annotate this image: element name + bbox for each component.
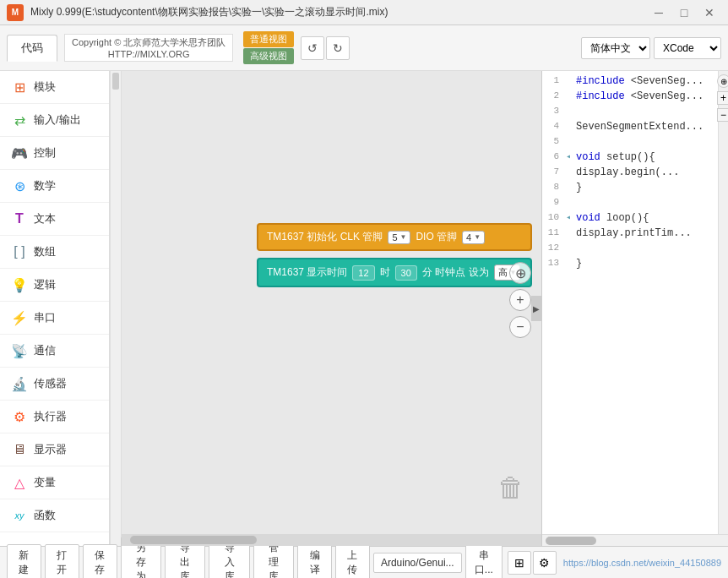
code-line-9: 9: [542, 196, 718, 211]
right-zoom-in-btn[interactable]: +: [717, 91, 729, 105]
line-num-1: 1: [542, 75, 566, 85]
sidebar-item-display[interactable]: 🖥 显示器: [0, 434, 109, 466]
sidebar-item-math[interactable]: ⊛ 数学: [0, 170, 109, 203]
editor-select[interactable]: XCode: [654, 37, 721, 59]
actuator-icon: ⚙: [10, 407, 29, 426]
display-icon: 🖥: [10, 440, 29, 459]
settings-icon-btn[interactable]: ⚙: [533, 551, 557, 575]
right-zoom-out-btn[interactable]: −: [717, 108, 729, 122]
clk-pin-dropdown[interactable]: 5: [388, 231, 410, 244]
minimize-button[interactable]: ─: [647, 3, 671, 23]
sidebar-scrollbar[interactable]: [110, 71, 122, 546]
code-line-8: 8 }: [542, 181, 718, 196]
line-num-4: 4: [542, 121, 566, 131]
sidebar-item-actuator[interactable]: ⚙ 执行器: [0, 401, 109, 434]
sidebar-item-variable[interactable]: △ 变量: [0, 466, 109, 499]
hour-connector[interactable]: 12: [352, 265, 374, 281]
line-num-5: 5: [542, 136, 566, 146]
block-tm1637-show[interactable]: TM1637 显示时间 12 时 30 分 时钟点 设为 高: [257, 258, 532, 287]
tab-code[interactable]: 代码: [7, 35, 57, 62]
line-num-13: 13: [542, 258, 566, 268]
code-text-8: }: [576, 182, 582, 194]
center-view-button[interactable]: ⊕: [509, 262, 531, 284]
close-button[interactable]: ✕: [698, 3, 721, 23]
comm-icon: 📡: [10, 341, 29, 360]
board-name: Arduino/Genui...: [374, 553, 462, 572]
block-show-label: TM1637 显示时间: [267, 265, 347, 280]
zoom-out-button[interactable]: −: [509, 316, 531, 338]
code-text-10: void loop(){: [576, 212, 649, 224]
zoom-in-button[interactable]: +: [509, 289, 531, 311]
dio-pin-dropdown[interactable]: 4: [462, 231, 485, 244]
board-icon-btn[interactable]: ⊞: [508, 551, 531, 575]
right-center-btn[interactable]: ⊕: [717, 74, 729, 88]
code-line-2: 2 #include <SevenSeg...: [542, 90, 718, 105]
line-num-8: 8: [542, 182, 566, 192]
code-scrollbar[interactable]: ⊕ + −: [718, 71, 728, 534]
block-editor[interactable]: TM1637 初始化 CLK 管脚 5 DIO 管脚 4 TM1637 显示时间…: [122, 71, 542, 546]
save-button[interactable]: 保存: [83, 544, 117, 579]
sidebar-label-text: 文本: [34, 211, 56, 226]
advanced-view-button[interactable]: 高级视图: [243, 48, 294, 64]
redo-button[interactable]: ↻: [326, 36, 350, 60]
board-select[interactable]: Arduino/Genui... ▼ ▼: [373, 553, 462, 573]
sidebar-item-function[interactable]: xy 函数: [0, 499, 109, 532]
sidebar-item-logic[interactable]: 💡 逻辑: [0, 269, 109, 302]
port-button[interactable]: 串口...: [465, 544, 503, 579]
code-scrollbar-h[interactable]: [542, 534, 728, 546]
sidebar: ⊞ 模块 ⇄ 输入/输出 🎮 控制 ⊛ 数学 T 文本 [ ] 数组 💡 逻辑 …: [0, 71, 110, 546]
sidebar-item-array[interactable]: [ ] 数组: [0, 236, 109, 269]
open-button[interactable]: 打开: [45, 544, 79, 579]
variable-icon: △: [10, 473, 29, 492]
trash-icon: 🗑: [497, 472, 524, 504]
sidebar-label-function: 函数: [34, 508, 56, 523]
sidebar-item-sensor[interactable]: 🔬 传感器: [0, 368, 109, 401]
line-num-12: 12: [542, 243, 566, 253]
new-button[interactable]: 新建: [7, 544, 41, 579]
code-line-5: 5: [542, 135, 718, 150]
sidebar-label-display: 显示器: [34, 442, 67, 457]
block-tm1637-init[interactable]: TM1637 初始化 CLK 管脚 5 DIO 管脚 4: [257, 223, 532, 251]
line-num-11: 11: [542, 227, 566, 237]
upload-button[interactable]: 上传: [335, 544, 370, 579]
sidebar-item-text[interactable]: T 文本: [0, 203, 109, 236]
io-icon: ⇄: [10, 111, 29, 129]
bottom-icons: ⊞ ⚙: [508, 551, 557, 575]
sidebar-label-modules: 模块: [34, 79, 56, 95]
undo-button[interactable]: ↺: [301, 36, 324, 60]
dio-label: DIO 管脚: [416, 230, 457, 244]
block-view-button[interactable]: 普通视图: [243, 31, 294, 47]
code-line-3: 3: [542, 105, 718, 120]
sidebar-item-control[interactable]: 🎮 控制: [0, 137, 109, 170]
block-canvas: TM1637 初始化 CLK 管脚 5 DIO 管脚 4 TM1637 显示时间…: [122, 71, 541, 529]
code-line-11: 11 display.printTim...: [542, 226, 718, 242]
compile-button[interactable]: 编译: [297, 544, 332, 579]
code-line-10: 10 ◂ void loop(){: [542, 211, 718, 226]
block-scrollbar-thumb: [130, 536, 257, 544]
code-text-13: }: [576, 258, 582, 270]
language-select[interactable]: 简体中文: [581, 37, 650, 59]
sidebar-item-modules[interactable]: ⊞ 模块: [0, 71, 109, 104]
sidebar-item-serial[interactable]: ⚡ 串口: [0, 302, 109, 335]
logic-icon: 💡: [10, 275, 29, 294]
app-icon: M: [7, 4, 24, 21]
undo-redo-section: ↺ ↻: [301, 36, 350, 60]
block-scrollbar-h[interactable]: [122, 534, 541, 546]
code-line-7: 7 display.begin(...: [542, 166, 718, 181]
maximize-button[interactable]: □: [672, 3, 696, 23]
toolbar: 代码 Copyright © 北京师范大学米思齐团队 HTTP://MIXLY.…: [0, 25, 728, 71]
min-unit: 分 时钟点 设为: [422, 265, 489, 280]
code-line-6: 6 ◂ void setup(){: [542, 150, 718, 166]
min-connector[interactable]: 30: [395, 265, 417, 281]
canvas-controls: ⊕ + −: [509, 262, 531, 338]
sidebar-label-control: 控制: [34, 145, 56, 161]
copyright-area: Copyright © 北京师范大学米思齐团队 HTTP://MIXLY.ORG: [64, 34, 233, 62]
expand-arrow[interactable]: ▶: [531, 296, 541, 321]
code-editor-inner: 1 #include <SevenSeg... 2 #include <Seve…: [542, 71, 728, 534]
control-icon: 🎮: [10, 144, 29, 162]
code-text-2: #include <SevenSeg...: [576, 90, 704, 102]
sidebar-item-io[interactable]: ⇄ 输入/输出: [0, 104, 109, 137]
code-text-1: #include <SevenSeg...: [576, 75, 704, 87]
line-num-7: 7: [542, 166, 566, 177]
sidebar-item-comm[interactable]: 📡 通信: [0, 335, 109, 368]
